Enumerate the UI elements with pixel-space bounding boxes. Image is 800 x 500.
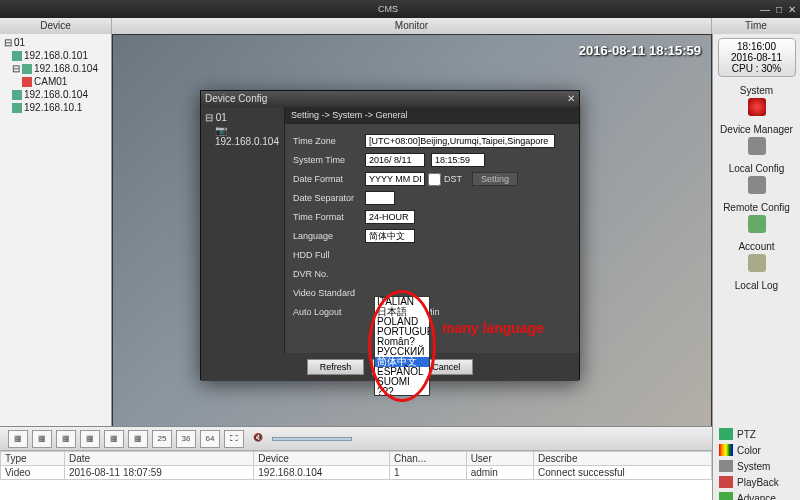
dialog-close-icon[interactable]: ✕ <box>567 93 575 105</box>
device-icon <box>748 137 766 155</box>
layout-toolbar: ▦ ▦ ▦ ▦ ▦ ▦ 25 36 64 ⛶ 🔇 <box>0 426 712 450</box>
language-select[interactable] <box>365 229 415 243</box>
mute-icon[interactable]: 🔇 <box>248 430 268 448</box>
account-icon <box>748 254 766 272</box>
clock-date: 2016-08-11 <box>721 52 793 63</box>
advance-icon <box>719 492 733 500</box>
col-desc[interactable]: Describe <box>534 452 712 466</box>
device-icon <box>22 64 32 74</box>
tab-account[interactable]: Account <box>718 239 796 274</box>
annotation-text: many language <box>442 320 544 336</box>
label-dvrno: DVR No. <box>293 269 365 279</box>
record-icon <box>748 98 766 116</box>
btn-system[interactable]: System <box>713 458 800 474</box>
app-title: CMS <box>20 4 756 14</box>
dst-checkbox[interactable] <box>428 173 441 186</box>
label-timefmt: Time Format <box>293 212 365 222</box>
play-icon <box>719 476 733 488</box>
header-bar: Device Monitor Time <box>0 18 800 34</box>
ptz-icon <box>719 428 733 440</box>
log-row[interactable]: Video 2016-08-11 18:07:59 192.168.0.104 … <box>1 466 712 480</box>
tab-system[interactable]: System <box>718 83 796 118</box>
tree-node[interactable]: CAM01 <box>2 75 109 88</box>
datesep-select[interactable] <box>365 191 395 205</box>
dialog-tree-root[interactable]: ⊟ 01 <box>205 111 280 124</box>
close-icon[interactable]: ✕ <box>788 4 796 15</box>
label-hddfull: HDD Full <box>293 250 365 260</box>
btn-playback[interactable]: PlayBack <box>713 474 800 490</box>
language-option[interactable]: ??? <box>375 387 429 396</box>
layout-1[interactable]: ▦ <box>8 430 28 448</box>
btn-advance[interactable]: Advance <box>713 490 800 500</box>
dialog-tree: ⊟ 01 📷 192.168.0.104 <box>201 107 285 353</box>
timezone-select[interactable] <box>365 134 555 148</box>
label-language: Language <box>293 231 365 241</box>
device-icon <box>12 103 22 113</box>
log-table: Type Date Device Chan... User Describe V… <box>0 450 712 500</box>
label-systime: System Time <box>293 155 365 165</box>
device-icon <box>12 90 22 100</box>
remote-icon <box>748 215 766 233</box>
tab-local-log[interactable]: Local Log <box>718 278 796 291</box>
tab-local-config[interactable]: Local Config <box>718 161 796 196</box>
dialog-title: Device Config <box>205 93 267 105</box>
dialog-tree-node[interactable]: 📷 192.168.0.104 <box>205 124 280 148</box>
label-datesep: Date Separator <box>293 193 365 203</box>
col-date[interactable]: Date <box>64 452 253 466</box>
label-vstd: Video Standard <box>293 288 365 298</box>
setting-button[interactable]: Setting <box>472 172 518 186</box>
layout-36[interactable]: 36 <box>176 430 196 448</box>
col-chan[interactable]: Chan... <box>389 452 466 466</box>
clock-time: 18:16:00 <box>721 41 793 52</box>
volume-slider[interactable] <box>272 437 352 441</box>
layout-16[interactable]: ▦ <box>128 430 148 448</box>
header-time: Time <box>712 18 800 34</box>
timefmt-select[interactable] <box>365 210 415 224</box>
clock-cpu: CPU : 30% <box>721 63 793 74</box>
header-monitor: Monitor <box>112 18 712 34</box>
time-input[interactable] <box>431 153 485 167</box>
refresh-button[interactable]: Refresh <box>307 359 365 375</box>
layout-9[interactable]: ▦ <box>104 430 124 448</box>
language-dropdown[interactable]: ITALIAN日本語POLANDPORTUGUÊRomân?РУССКИЙ简体中… <box>374 296 430 396</box>
tab-device-manager[interactable]: Device Manager <box>718 122 796 157</box>
layout-4[interactable]: ▦ <box>32 430 52 448</box>
device-icon <box>12 51 22 61</box>
btn-ptz[interactable]: PTZ <box>713 426 800 442</box>
label-timezone: Time Zone <box>293 136 365 146</box>
layout-8[interactable]: ▦ <box>80 430 100 448</box>
breadcrumb: Setting -> System -> General <box>285 107 579 124</box>
title-bar: CMS — □ ✕ <box>0 0 800 18</box>
color-icon <box>719 444 733 456</box>
tree-node[interactable]: 192.168.0.101 <box>2 49 109 62</box>
device-tree-panel: ⊟ 01 192.168.0.101 ⊟ 192.168.0.104 CAM01… <box>0 34 112 442</box>
layout-64[interactable]: 64 <box>200 430 220 448</box>
tree-node[interactable]: 192.168.0.104 <box>2 88 109 101</box>
layout-6[interactable]: ▦ <box>56 430 76 448</box>
tree-node[interactable]: ⊟ 192.168.0.104 <box>2 62 109 75</box>
minimize-icon[interactable]: — <box>760 4 770 15</box>
fullscreen-button[interactable]: ⛶ <box>224 430 244 448</box>
maximize-icon[interactable]: □ <box>776 4 782 15</box>
col-type[interactable]: Type <box>1 452 65 466</box>
layout-25[interactable]: 25 <box>152 430 172 448</box>
gear-icon <box>719 460 733 472</box>
camera-icon <box>22 77 32 87</box>
label-datefmt: Date Format <box>293 174 365 184</box>
col-device[interactable]: Device <box>254 452 390 466</box>
label-autolog: Auto Logout <box>293 307 365 317</box>
tab-remote-config[interactable]: Remote Config <box>718 200 796 235</box>
date-input[interactable] <box>365 153 425 167</box>
header-device: Device <box>0 18 112 34</box>
tree-node[interactable]: 192.168.10.1 <box>2 101 109 114</box>
config-icon <box>748 176 766 194</box>
datefmt-select[interactable] <box>365 172 425 186</box>
video-timestamp: 2016-08-11 18:15:59 <box>579 43 701 58</box>
clock-widget: 18:16:00 2016-08-11 CPU : 30% <box>718 38 796 77</box>
btn-color[interactable]: Color <box>713 442 800 458</box>
col-user[interactable]: User <box>466 452 533 466</box>
right-panel: 18:16:00 2016-08-11 CPU : 30% System Dev… <box>712 34 800 442</box>
right-lower-panel: PTZ Color System PlayBack Advance LogOut <box>712 426 800 500</box>
tree-root[interactable]: ⊟ 01 <box>2 36 109 49</box>
